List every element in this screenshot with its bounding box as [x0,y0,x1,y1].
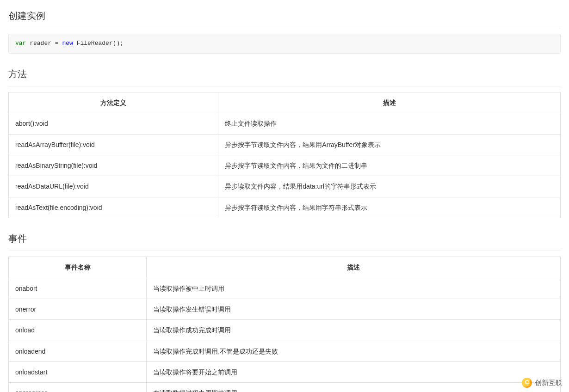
code-block-create-instance: var reader = new FileReader(); [8,34,561,54]
event-cell-name: onload [9,320,147,341]
method-cell-description: 异步按字节读取文件内容，结果为文件的二进制串 [218,155,561,176]
table-row: readAsText(file,encoding):void异步按字符读取文件内… [9,197,561,218]
code-token: reader = [26,40,62,47]
table-header-row: 事件名称 描述 [9,257,561,278]
table-row: onprogress在读取数据过程中周期性调用 [9,383,561,392]
method-cell-name: readAsArrayBuffer(file):void [9,134,218,155]
table-row: readAsBinaryString(file):void异步按字节读取文件内容… [9,155,561,176]
watermark: 创新互联 [522,377,563,388]
table-header-row: 方法定义 描述 [9,92,561,113]
method-cell-description: 终止文件读取操作 [218,113,561,134]
method-cell-name: abort():void [9,113,218,134]
code-token: FileReader(); [73,40,124,47]
section-heading-methods: 方法 [8,67,561,86]
events-header-name: 事件名称 [9,257,147,278]
methods-header-description: 描述 [218,92,561,113]
event-cell-name: onloadend [9,341,147,361]
events-header-description: 描述 [147,257,561,278]
table-row: abort():void终止文件读取操作 [9,113,561,134]
method-cell-description: 异步读取文件内容，结果用data:url的字符串形式表示 [218,176,561,197]
table-row: onabort当读取操作被中止时调用 [9,278,561,299]
events-table: 事件名称 描述 onabort当读取操作被中止时调用onerror当读取操作发生… [8,257,561,392]
methods-header-definition: 方法定义 [9,92,218,113]
event-cell-description: 当读取操作发生错误时调用 [147,299,561,319]
method-cell-name: readAsBinaryString(file):void [9,155,218,176]
watermark-text: 创新互联 [535,377,563,388]
event-cell-name: onprogress [9,383,147,392]
method-cell-description: 异步按字节读取文件内容，结果用ArrayBuffer对象表示 [218,134,561,155]
table-row: onloadstart当读取操作将要开始之前调用 [9,362,561,383]
event-cell-description: 当读取操作成功完成时调用 [147,320,561,341]
event-cell-description: 当读取操作被中止时调用 [147,278,561,299]
event-cell-name: onerror [9,299,147,319]
table-row: readAsDataURL(file):void异步读取文件内容，结果用data… [9,176,561,197]
section-heading-events: 事件 [8,231,561,251]
section-heading-create-instance: 创建实例 [8,8,561,28]
method-cell-name: readAsDataURL(file):void [9,176,218,197]
event-cell-description: 在读取数据过程中周期性调用 [147,383,561,392]
event-cell-description: 当读取操作完成时调用,不管是成功还是失败 [147,341,561,361]
table-row: onload当读取操作成功完成时调用 [9,320,561,341]
methods-table: 方法定义 描述 abort():void终止文件读取操作readAsArrayB… [8,92,561,218]
table-row: readAsArrayBuffer(file):void异步按字节读取文件内容，… [9,134,561,155]
watermark-logo-icon [522,378,532,388]
event-cell-description: 当读取操作将要开始之前调用 [147,362,561,383]
table-row: onloadend当读取操作完成时调用,不管是成功还是失败 [9,341,561,361]
code-token: var [15,40,26,47]
event-cell-name: onabort [9,278,147,299]
code-token: new [62,40,73,47]
method-cell-name: readAsText(file,encoding):void [9,197,218,218]
event-cell-name: onloadstart [9,362,147,383]
method-cell-description: 异步按字符读取文件内容，结果用字符串形式表示 [218,197,561,218]
table-row: onerror当读取操作发生错误时调用 [9,299,561,319]
